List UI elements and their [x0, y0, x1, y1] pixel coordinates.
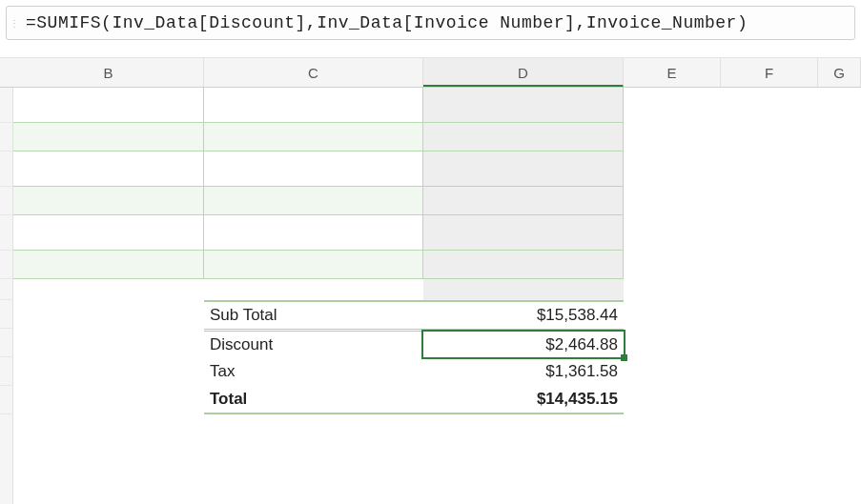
- summary-total-row[interactable]: Total $14,435.15: [0, 386, 861, 414]
- discount-label: Discount: [204, 329, 423, 357]
- col-header-C[interactable]: C: [204, 58, 423, 87]
- header-gutter: [0, 58, 13, 87]
- table-row[interactable]: [0, 251, 861, 279]
- formula-bar[interactable]: ⋮ =SUMIFS(Inv_Data[Discount],Inv_Data[In…: [6, 6, 855, 40]
- summary-subtotal-row[interactable]: Sub Total $15,538.44: [0, 300, 861, 329]
- table-row[interactable]: [0, 215, 861, 251]
- discount-value: $2,464.88: [545, 335, 618, 354]
- table-row[interactable]: [0, 187, 861, 215]
- col-header-B[interactable]: B: [13, 58, 204, 87]
- col-header-F[interactable]: F: [721, 58, 818, 87]
- col-header-D[interactable]: D: [423, 58, 624, 87]
- total-label: Total: [204, 386, 423, 414]
- col-header-E[interactable]: E: [624, 58, 721, 87]
- formula-bar-handle[interactable]: ⋮: [9, 7, 20, 39]
- table-row[interactable]: [0, 151, 861, 187]
- summary-discount-row[interactable]: Discount $2,464.88: [0, 329, 861, 357]
- summary-tax-row[interactable]: Tax $1,361.58: [0, 357, 861, 386]
- subtotal-value: $15,538.44: [423, 300, 624, 329]
- tax-value: $1,361.58: [423, 357, 624, 386]
- discount-value-cell[interactable]: $2,464.88: [423, 329, 624, 357]
- table-row[interactable]: [0, 88, 861, 123]
- tax-label: Tax: [204, 357, 423, 386]
- formula-text[interactable]: =SUMIFS(Inv_Data[Discount],Inv_Data[Invo…: [20, 13, 748, 32]
- table-row[interactable]: [0, 279, 861, 300]
- total-value: $14,435.15: [423, 386, 624, 414]
- table-row[interactable]: [0, 123, 861, 151]
- grid-empty-area[interactable]: [0, 414, 861, 504]
- subtotal-label: Sub Total: [204, 300, 423, 329]
- spreadsheet-grid[interactable]: Sub Total $15,538.44 Discount $2,464.88 …: [0, 88, 861, 504]
- col-header-G[interactable]: G: [818, 58, 861, 87]
- column-headers: B C D E F G: [0, 57, 861, 88]
